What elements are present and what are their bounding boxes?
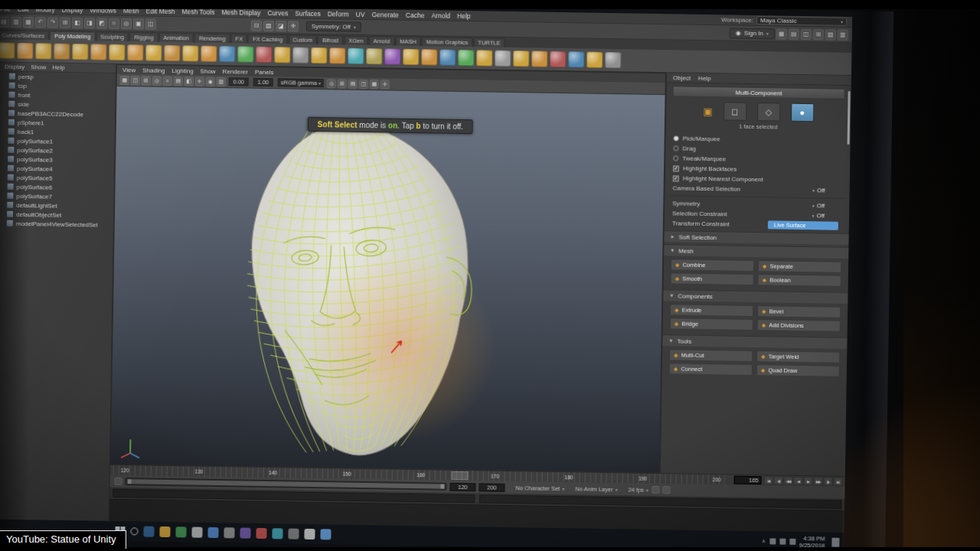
edge-mode-button[interactable]: ◇ [757,103,780,121]
symmetry-dropdown[interactable]: Symmetry: Off▾ [306,21,361,32]
shelf-tool-icon[interactable] [366,48,382,64]
menu-item[interactable]: Curves [267,8,288,16]
shelf-tool-icon[interactable] [182,45,198,61]
shelf-tool-icon[interactable] [531,51,547,67]
playback-button[interactable]: ▶| [834,478,843,486]
shelf-tool-icon[interactable] [439,50,456,66]
shelf-tool-icon[interactable] [256,47,272,63]
auto-key-icon[interactable] [652,486,659,494]
shelf-tab[interactable]: Sculpting [96,31,129,41]
mesh-tool-button[interactable]: ◆Combine [671,259,754,272]
playhead[interactable] [452,471,469,480]
option-camera-based-selection[interactable]: Camera Based Selection▾Off [665,183,850,196]
toolkit-menu-item[interactable]: Help [698,74,711,81]
menu-item[interactable]: Arnold [431,11,450,19]
shelf-tab[interactable]: Poly Modeling [50,31,95,41]
live-surface-dropdown[interactable]: Live Surface [768,220,838,230]
shelf-tool-icon[interactable] [495,51,511,67]
render-tool-icon[interactable]: ▤ [789,28,799,39]
taskbar-app-icon[interactable] [240,528,250,539]
menu-item[interactable]: Help [457,11,471,19]
shelf-tool-icon[interactable] [568,51,584,67]
option-transform-constraint[interactable]: Transform ConstraintLive Surface [665,218,849,231]
modeling-tool-button[interactable]: ◆Target Weld [756,350,840,364]
shelf-tool-icon[interactable] [54,44,70,60]
notification-icon[interactable] [831,538,839,547]
viewport-tool-icon[interactable]: ▥ [217,77,226,86]
render-tool-icon[interactable]: ▥ [838,29,848,40]
modeling-tool-button[interactable]: ◆Connect [669,363,753,376]
viewport-tool-icon[interactable]: ▤ [174,77,183,86]
render-tool-icon[interactable]: ▧ [825,29,836,40]
viewport-tool-icon[interactable]: ▦ [120,75,129,84]
shelf-tab[interactable]: Motion Graphics [422,37,473,47]
toolkit-menu-item[interactable]: Object [673,74,691,81]
mesh-tool-button[interactable]: ◆Boolean [758,274,841,287]
viewport-tool-icon[interactable]: ◎ [152,76,162,85]
shelf-tool-icon[interactable] [237,46,253,62]
playback-button[interactable]: ◀| [774,476,783,484]
viewport-tool-icon[interactable]: ▦ [370,80,379,89]
status-tool-icon[interactable]: ⌗ [109,18,119,28]
menu-item[interactable]: UV [356,10,365,18]
status-tool-icon[interactable]: ◎ [121,18,132,28]
anim-pref-icon[interactable] [662,486,670,494]
mesh-tool-button[interactable]: ◆Smooth [671,272,754,285]
taskbar-app-icon[interactable] [304,529,315,540]
vertex-mode-button[interactable]: ◻ [724,102,746,120]
anim-layer-dropdown[interactable]: No Anim Layer▾ [575,485,617,493]
tray-chevron-icon[interactable]: ∧ [762,538,766,544]
shelf-tool-icon[interactable] [513,51,529,67]
shelf-tab[interactable]: Rendering [194,33,230,43]
fps-dropdown[interactable]: 24 fps▾ [629,486,649,493]
modeling-tool-button[interactable]: ◆Multi-Cut [669,349,753,362]
current-frame-field[interactable]: 165 [734,476,762,485]
component-tool-button[interactable]: ◆Extrude [670,304,753,317]
component-tool-button[interactable]: ◆Add Divisions [757,319,841,332]
viewport-menu-item[interactable]: View [122,67,136,73]
viewport-tool-icon[interactable]: ⊞ [142,76,151,85]
range-handle-left[interactable] [127,479,131,484]
viewport-tool-icon[interactable]: ✛ [381,80,390,89]
taskbar-app-icon[interactable] [207,527,218,538]
render-tool-icon[interactable]: ▦ [776,28,787,39]
menu-item[interactable]: Deform [328,10,349,18]
gamma-field[interactable]: 1.00 [253,78,273,86]
view-transform-dropdown[interactable]: sRGB gamma ▾ [278,78,324,87]
shelf-tool-icon[interactable] [421,49,437,65]
taskbar-app-icon[interactable] [256,528,266,539]
shelf-tab[interactable]: Custom [288,34,317,44]
taskbar-app-icon[interactable] [175,527,186,537]
viewport-tool-icon[interactable]: ⊞ [338,79,347,88]
status-tool-icon[interactable]: ◧ [72,17,83,28]
status-tool-icon[interactable]: ◩ [96,18,107,28]
status-tool-icon[interactable]: ▦ [23,16,34,27]
modeling-tool-button[interactable]: ◆Quad Draw [756,364,840,377]
shelf-tool-icon[interactable] [17,43,33,59]
volume-icon[interactable] [779,539,786,545]
sign-in-button[interactable]: ◉Sign In▾ [730,28,775,39]
shelf-tool-icon[interactable] [274,47,290,63]
shelf-tab[interactable]: FX [230,34,247,43]
section-soft-selection[interactable]: ►Soft Selection [665,230,849,245]
shelf-tool-icon[interactable] [476,50,492,66]
shelf-tab[interactable]: FX Caching [248,34,287,44]
viewport-tool-icon[interactable]: ◫ [359,79,368,88]
shelf-tool-icon[interactable] [145,44,162,60]
snap-tool-icon[interactable]: ⊡ [251,20,262,31]
viewport-menu-item[interactable]: Renderer [222,68,247,76]
menu-item[interactable]: Generate [371,11,399,19]
shelf-tool-icon[interactable] [164,45,180,61]
viewport-tool-icon[interactable]: ◧ [185,77,194,86]
status-tool-icon[interactable]: ◨ [84,18,95,28]
range-bar[interactable] [127,479,444,489]
viewport-menu-item[interactable]: Lighting [172,67,193,74]
outliner-menu-item[interactable]: Display [5,64,24,70]
playback-button[interactable]: |◀ [764,476,773,484]
exposure-field[interactable]: 0.00 [229,77,249,86]
status-tool-icon[interactable]: ▤ [0,16,9,27]
shelf-tool-icon[interactable] [311,47,327,64]
menu-item[interactable]: Mesh Display [221,8,260,17]
viewport-tool-icon[interactable]: ⌗ [163,76,172,85]
viewport-menu-item[interactable]: Shading [142,67,165,73]
